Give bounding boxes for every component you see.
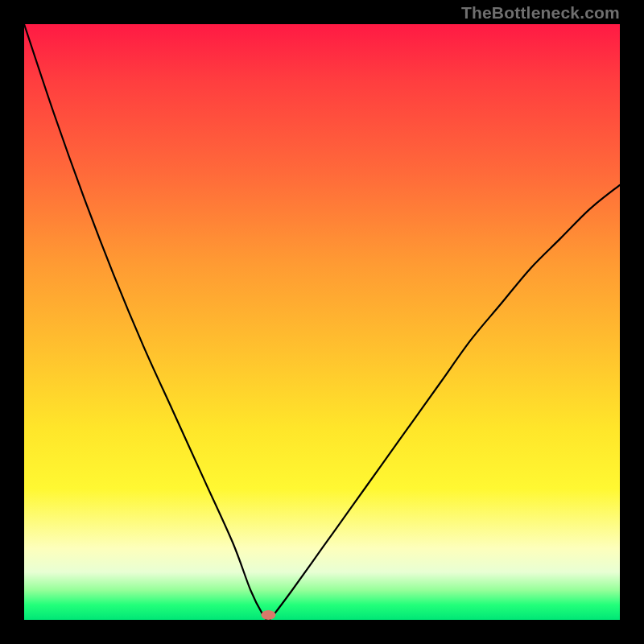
plot-area bbox=[24, 24, 620, 620]
chart-frame: TheBottleneck.com bbox=[0, 0, 644, 644]
minimum-marker bbox=[261, 610, 275, 620]
watermark-text: TheBottleneck.com bbox=[461, 3, 620, 23]
chart-svg bbox=[24, 24, 620, 620]
bottleneck-curve bbox=[24, 24, 620, 620]
